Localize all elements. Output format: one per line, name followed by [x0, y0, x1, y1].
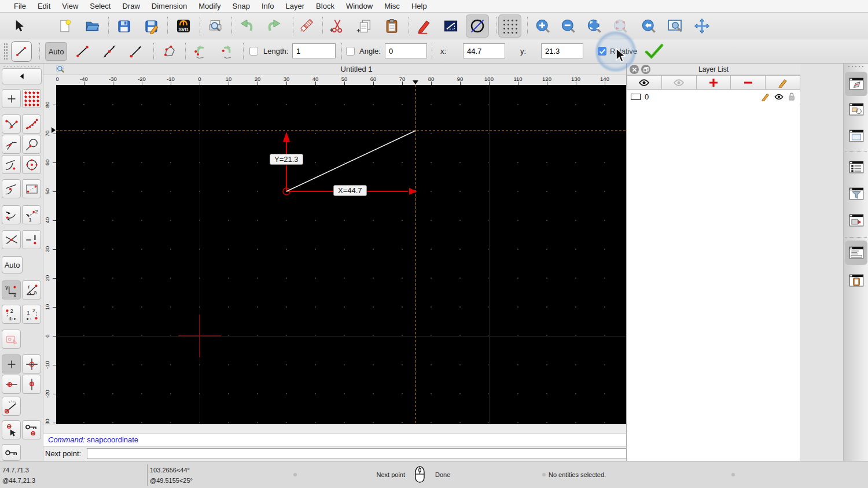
redo-point-button[interactable] [215, 42, 238, 61]
snap-intersection-button[interactable] [2, 230, 21, 249]
layer-list-header[interactable]: Layer List [627, 64, 800, 75]
coordinate-polar-button[interactable]: ra [22, 280, 41, 300]
export-svg-button[interactable]: SVG [172, 14, 195, 38]
print-preview-button[interactable] [204, 14, 227, 38]
menu-modify[interactable]: Modify [193, 2, 226, 10]
menu-edit[interactable]: Edit [32, 2, 56, 10]
dock-entity-filter-button[interactable] [845, 182, 867, 206]
menu-info[interactable]: Info [256, 2, 280, 10]
zoom-pan-button[interactable] [690, 14, 713, 38]
cut-button[interactable] [326, 14, 349, 38]
select-entities-tool-button[interactable] [2, 330, 21, 349]
remove-layer-button[interactable] [731, 75, 766, 90]
set-relative-zero-button[interactable] [2, 420, 21, 439]
line-horizontal-button[interactable] [124, 42, 148, 61]
line-angle-button[interactable] [98, 42, 121, 61]
dock-drag-handle[interactable] [847, 65, 865, 68]
dock-layer-list-button[interactable] [845, 72, 867, 96]
document-titlebar[interactable]: Untitled 1 [43, 64, 670, 75]
undo-point-button[interactable] [189, 42, 212, 61]
zoom-window-button[interactable] [664, 14, 687, 38]
angle-input[interactable] [385, 43, 427, 58]
lines-mode-button[interactable] [466, 14, 489, 38]
zoom-out-button[interactable] [557, 14, 580, 38]
menu-select[interactable]: Select [84, 2, 116, 10]
snap-intersection-manual-button[interactable] [22, 179, 41, 198]
polyline-button[interactable] [158, 42, 181, 61]
snap-middle-button[interactable] [2, 155, 21, 174]
absolute-point-button[interactable]: 12 [22, 305, 41, 324]
restrict-horizontal-button[interactable] [2, 375, 21, 394]
snap-relative-zero-button[interactable] [22, 354, 41, 374]
snap-angle-button[interactable] [2, 397, 21, 416]
menu-dimension[interactable]: Dimension [146, 2, 193, 10]
drawing-canvas[interactable]: Y=21.3 X=44.7 [56, 85, 658, 424]
restrict-sequence-button[interactable]: 12 [22, 205, 41, 224]
restrict-nothing-button[interactable] [2, 354, 21, 374]
menu-file[interactable]: File [8, 2, 32, 10]
dock-library-browser-button[interactable] [845, 124, 867, 148]
coordinate-cartesian-button[interactable]: yx [2, 280, 21, 300]
menu-layer[interactable]: Layer [280, 2, 311, 10]
layer-visible-eye-icon[interactable] [774, 93, 784, 101]
dock-entity-list-button[interactable] [845, 155, 867, 179]
snap-intersection-auto-button[interactable] [2, 135, 21, 154]
line-2points-button[interactable] [71, 42, 94, 61]
select-tool-button[interactable] [7, 14, 30, 38]
y-input[interactable] [541, 43, 583, 58]
snap-manual-button[interactable] [22, 230, 41, 249]
sidebar-drag-handle[interactable] [2, 65, 39, 68]
menu-snap[interactable]: Snap [227, 2, 256, 10]
redo-button[interactable] [262, 14, 285, 38]
h-scrollbar-track[interactable]: 10 < 100 [43, 424, 670, 434]
zoom-in-button[interactable] [531, 14, 554, 38]
paste-button[interactable] [380, 14, 403, 38]
sidebar-auto-button[interactable]: Auto [2, 256, 23, 273]
relative-checkbox[interactable] [598, 47, 606, 56]
length-input[interactable] [292, 43, 336, 58]
add-layer-button[interactable] [697, 75, 731, 90]
menu-view[interactable]: View [56, 2, 84, 10]
snap-tangent-button[interactable] [22, 135, 41, 154]
length-checkbox[interactable] [249, 47, 258, 56]
save-button[interactable] [112, 14, 135, 38]
dock-modify-button[interactable] [845, 208, 867, 232]
x-input[interactable] [463, 43, 505, 58]
draft-view-button[interactable] [439, 14, 462, 38]
show-all-layers-button[interactable] [627, 75, 662, 90]
dock-command-line-button[interactable] [845, 241, 867, 265]
lock-relative-zero-button[interactable] [22, 420, 41, 439]
layer-edit-pencil-icon[interactable] [761, 92, 770, 101]
snap-on-entity-button[interactable] [22, 114, 41, 134]
save-as-button[interactable] [139, 14, 163, 38]
snap-free-button[interactable] [2, 89, 21, 108]
menu-window[interactable]: Window [340, 2, 378, 10]
snap-grid-button[interactable] [22, 89, 41, 108]
copy-button[interactable] [353, 14, 376, 38]
zoom-redraw-button[interactable] [637, 14, 660, 38]
dock-clipboard-button[interactable] [845, 268, 867, 293]
hide-all-layers-button[interactable] [662, 75, 697, 90]
menu-misc[interactable]: Misc [378, 2, 406, 10]
zoom-auto-button[interactable] [583, 14, 606, 38]
zoom-previous-button[interactable] [609, 14, 632, 38]
ok-button[interactable] [642, 42, 665, 61]
pen-edit-button[interactable] [413, 14, 436, 38]
menu-draw[interactable]: Draw [116, 2, 145, 10]
grid-toggle-button[interactable] [498, 14, 521, 38]
layer-row[interactable]: 0 [627, 90, 800, 103]
restrict-orthogonal-button[interactable] [2, 205, 21, 224]
angle-checkbox[interactable] [346, 47, 355, 56]
undo-button[interactable] [236, 14, 259, 38]
current-tool-indicator[interactable] [11, 41, 32, 62]
relative-point-button[interactable]: 12 [2, 305, 21, 324]
restrict-vertical-button[interactable] [22, 375, 41, 394]
open-document-button[interactable] [80, 14, 104, 38]
lock-layer-button[interactable] [2, 444, 21, 461]
snap-center-button[interactable] [22, 155, 41, 174]
toolbar-drag-handle[interactable] [3, 43, 8, 60]
snap-distance-button[interactable] [2, 179, 21, 198]
new-document-button[interactable] [54, 14, 77, 38]
delete-button[interactable] [295, 14, 318, 38]
menu-help[interactable]: Help [406, 2, 433, 10]
